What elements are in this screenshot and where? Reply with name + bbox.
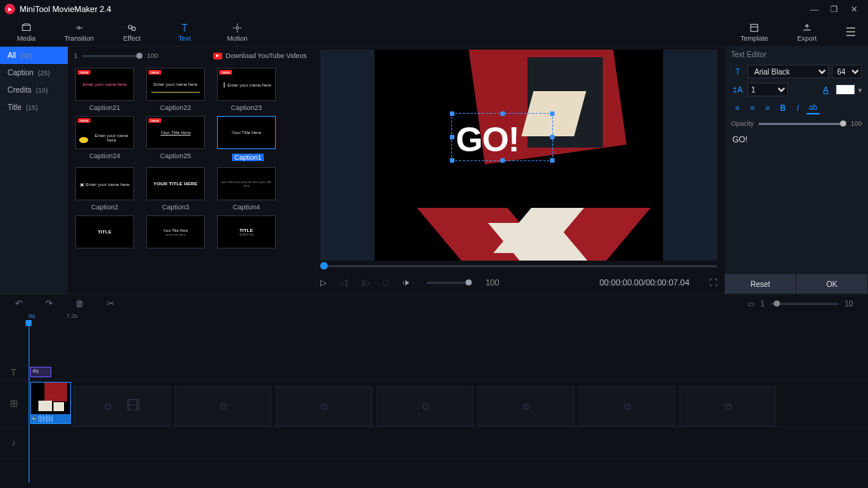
preset-caption25[interactable]: newYour Title Here	[146, 116, 205, 149]
category-sidebar: All (50) Caption (25) Credits (10) Title…	[0, 47, 68, 294]
preset-caption7[interactable]: TITLESUBTITLE	[217, 215, 276, 249]
color-picker[interactable]	[836, 84, 855, 95]
font-family-select[interactable]: Arial Black	[747, 65, 829, 78]
category-caption[interactable]: Caption (25)	[0, 64, 68, 81]
preset-caption1[interactable]: Your Title Here	[217, 116, 276, 149]
font-size-select[interactable]: 64	[832, 65, 862, 78]
download-youtube-button[interactable]: Download YouTube Videos	[213, 52, 307, 59]
play-button[interactable]: ▷	[320, 278, 326, 288]
category-all[interactable]: All (50)	[0, 47, 68, 64]
maximize-button[interactable]: ❐	[824, 5, 844, 14]
menu-button[interactable]: ☰	[833, 18, 868, 46]
preset-caption2[interactable]: ▣ Enter your name here	[75, 167, 134, 200]
italic-button[interactable]: I	[791, 101, 805, 114]
seek-bar[interactable]	[320, 262, 717, 271]
preset-caption24[interactable]: newEnter your name here	[75, 116, 134, 149]
highlight-button[interactable]: ab	[806, 101, 820, 114]
ok-button[interactable]: OK	[796, 274, 868, 294]
font-color-icon[interactable]: A	[819, 85, 833, 94]
align-left-button[interactable]: ≡	[731, 101, 744, 114]
delete-button[interactable]: 🗑	[75, 298, 84, 309]
text-track-icon: T	[0, 367, 27, 378]
app-logo: ▸	[5, 4, 15, 14]
video-slot[interactable]: ⧉	[175, 386, 271, 426]
text-icon: T	[731, 67, 744, 76]
opacity-label: Opacity	[731, 120, 754, 127]
fullscreen-button[interactable]: ⛶	[709, 278, 717, 287]
video-slot[interactable]: ⧉🎞	[74, 386, 170, 426]
tab-transition[interactable]: Transition	[53, 18, 105, 46]
text-editor-header: Text Editor	[725, 47, 868, 63]
film-icon: 🎞	[127, 398, 140, 414]
svg-point-2	[236, 26, 239, 29]
volume-icon[interactable]: 🕩	[402, 278, 410, 287]
thumb-zoom-slider[interactable]	[82, 55, 142, 57]
bold-button[interactable]: B	[776, 101, 790, 114]
redo-button[interactable]: ↷	[45, 298, 53, 309]
undo-button[interactable]: ↶	[15, 298, 23, 309]
preset-caption21[interactable]: newEnter your name here	[75, 68, 134, 101]
preview-viewport: GO!	[320, 50, 717, 261]
video-track-icon: ⊞	[0, 398, 27, 409]
svg-point-1	[132, 26, 136, 30]
align-center-button[interactable]: ≡	[746, 101, 760, 114]
svg-point-0	[128, 25, 132, 29]
link-icon: ⧉	[105, 401, 112, 413]
align-right-button[interactable]: ≡	[761, 101, 775, 114]
text-content-input[interactable]: GO!	[725, 130, 868, 274]
opacity-value: 100	[851, 120, 862, 127]
preset-caption23[interactable]: new▎Enter your name here	[217, 68, 276, 101]
preset-caption6[interactable]: Your Title Hereenter text here	[146, 215, 205, 249]
preset-caption22[interactable]: newEnter your name here	[146, 68, 205, 101]
thumb-zoom-max: 100	[147, 52, 158, 59]
timecode: 00:00:00.00/00:00:07.04	[600, 278, 689, 287]
timeline-ruler[interactable]: 0s 7.2s	[0, 313, 868, 325]
close-button[interactable]: ✕	[844, 5, 863, 14]
volume-value: 100	[485, 278, 499, 287]
stop-button[interactable]: □	[384, 278, 389, 287]
video-slot[interactable]: ⧉	[478, 386, 574, 426]
timeline-zoom-slider[interactable]	[771, 303, 839, 305]
fit-button[interactable]: ▭	[747, 300, 754, 308]
line-height-icon: ‡A	[731, 85, 744, 94]
category-title[interactable]: Title (15)	[0, 99, 68, 116]
video-slot[interactable]: ⧉	[579, 386, 675, 426]
preset-caption3[interactable]: YOUR TITLE HERE	[146, 167, 205, 200]
preset-caption4[interactable]: your title here your title here your tit…	[217, 167, 276, 200]
tab-effect[interactable]: Effect	[105, 18, 158, 46]
tab-media[interactable]: Media	[0, 18, 53, 46]
export-button[interactable]: Export	[781, 18, 833, 46]
video-slot[interactable]: ⧉	[276, 386, 372, 426]
prev-frame-button[interactable]: ◁|	[340, 278, 348, 288]
reset-button[interactable]: Reset	[725, 274, 796, 294]
playhead[interactable]	[29, 323, 29, 483]
zoom-min: 1	[760, 300, 765, 308]
opacity-slider[interactable]	[759, 123, 846, 125]
video-clip[interactable]: 🔈	[30, 382, 71, 424]
svg-rect-3	[750, 24, 757, 31]
text-clip[interactable]: 4s	[30, 367, 51, 377]
volume-slider[interactable]	[426, 282, 472, 284]
line-height-select[interactable]: 1	[747, 83, 788, 96]
app-title: MiniTool MovieMaker 2.4	[20, 5, 112, 14]
zoom-max: 10	[845, 300, 853, 308]
video-slot[interactable]: ⧉	[680, 386, 776, 426]
preset-caption5[interactable]: TITLE	[75, 215, 134, 249]
category-credits[interactable]: Credits (10)	[0, 81, 68, 99]
tab-motion[interactable]: Motion	[211, 18, 264, 46]
youtube-icon	[213, 53, 222, 59]
thumb-zoom-min: 1	[74, 52, 78, 59]
minimize-button[interactable]: —	[805, 5, 824, 14]
audio-track-icon: ♪	[0, 437, 27, 448]
cut-button[interactable]: ✂	[107, 298, 115, 309]
text-selection-box[interactable]	[451, 113, 553, 161]
video-slot[interactable]: ⧉	[377, 386, 473, 426]
next-frame-button[interactable]: |▷	[362, 278, 370, 288]
speaker-icon: 🔈	[32, 415, 35, 421]
tab-text[interactable]: Text	[158, 18, 211, 46]
template-button[interactable]: Template	[728, 18, 781, 46]
